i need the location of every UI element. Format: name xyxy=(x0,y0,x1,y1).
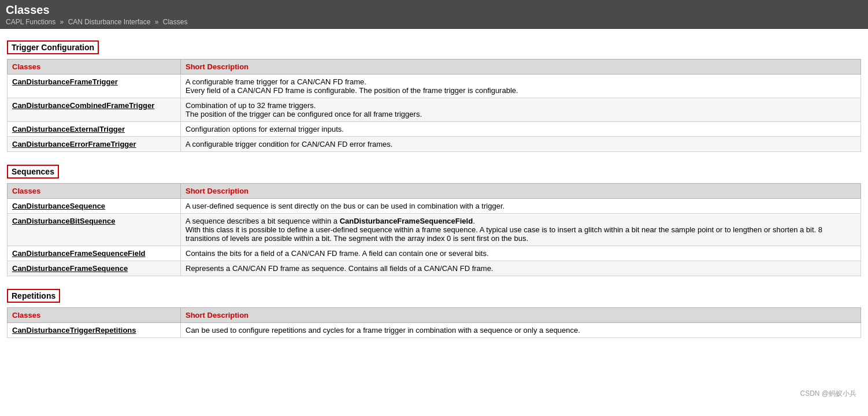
trigger-table-header-row: Classes Short Description xyxy=(8,60,861,75)
trigger-configuration-heading: Trigger Configuration xyxy=(7,40,99,54)
repetitions-heading: Repetitions xyxy=(7,289,60,303)
sequences-table: Classes Short Description CanDisturbance… xyxy=(7,183,861,276)
table-row: CanDisturbanceBitSequenceA sequence desc… xyxy=(8,214,861,246)
trigger-col-description: Short Description xyxy=(181,60,861,75)
description-cell: A sequence describes a bit sequence with… xyxy=(181,214,861,246)
trigger-col-classes: Classes xyxy=(8,60,181,75)
class-link[interactable]: CanDisturbanceFrameSequenceField xyxy=(12,249,145,258)
trigger-configuration-table: Classes Short Description CanDisturbance… xyxy=(7,59,861,152)
table-row: CanDisturbanceErrorFrameTriggerA configu… xyxy=(8,137,861,152)
class-link[interactable]: CanDisturbanceExternalTrigger xyxy=(12,125,125,133)
description-cell: Can be used to configure repetitions and… xyxy=(181,323,861,338)
sequences-table-header-row: Classes Short Description xyxy=(8,184,861,199)
repetitions-col-description: Short Description xyxy=(181,308,861,323)
repetitions-section: Repetitions Classes Short Description Ca… xyxy=(7,283,861,338)
class-link[interactable]: CanDisturbanceFrameSequence xyxy=(12,264,128,273)
repetitions-table: Classes Short Description CanDisturbance… xyxy=(7,307,861,338)
sequences-section: Sequences Classes Short Description CanD… xyxy=(7,159,861,276)
sequences-col-description: Short Description xyxy=(181,184,861,199)
description-cell: Contains the bits for a field of a CAN/C… xyxy=(181,246,861,261)
sequences-heading: Sequences xyxy=(7,165,59,179)
breadcrumb-link-classes[interactable]: Classes xyxy=(163,18,188,26)
class-link[interactable]: CanDisturbanceTriggerRepetitions xyxy=(12,326,136,335)
description-cell: Represents a CAN/CAN FD frame as sequenc… xyxy=(181,261,861,276)
breadcrumb: CAPL Functions » CAN Disturbance Interfa… xyxy=(6,18,862,26)
description-cell: A configurable trigger condition for CAN… xyxy=(181,137,861,152)
table-row: CanDisturbanceCombinedFrameTriggerCombin… xyxy=(8,98,861,122)
table-row: CanDisturbanceSequenceA user-defined seq… xyxy=(8,199,861,214)
class-link[interactable]: CanDisturbanceSequence xyxy=(12,202,105,210)
class-link[interactable]: CanDisturbanceBitSequence xyxy=(12,217,115,225)
description-cell: Combination of up to 32 frame triggers.T… xyxy=(181,98,861,122)
table-row: CanDisturbanceTriggerRepetitionsCan be u… xyxy=(8,323,861,338)
breadcrumb-sep-2: » xyxy=(155,18,159,26)
sequences-col-classes: Classes xyxy=(8,184,181,199)
breadcrumb-link-can[interactable]: CAN Disturbance Interface xyxy=(68,18,151,26)
description-cell: A user-defined sequence is sent directly… xyxy=(181,199,861,214)
table-row: CanDisturbanceFrameTriggerA configurable… xyxy=(8,75,861,98)
page-header: Classes CAPL Functions » CAN Disturbance… xyxy=(0,0,868,29)
breadcrumb-link-capl[interactable]: CAPL Functions xyxy=(6,18,55,26)
class-link[interactable]: CanDisturbanceFrameTrigger xyxy=(12,77,118,86)
trigger-configuration-section: Trigger Configuration Classes Short Desc… xyxy=(7,35,861,152)
main-content: Trigger Configuration Classes Short Desc… xyxy=(0,29,868,351)
repetitions-table-header-row: Classes Short Description xyxy=(8,308,861,323)
description-cell: Configuration options for external trigg… xyxy=(181,122,861,137)
table-row: CanDisturbanceFrameSequenceRepresents a … xyxy=(8,261,861,276)
page-title: Classes xyxy=(6,3,862,17)
description-cell: A configurable frame trigger for a CAN/C… xyxy=(181,75,861,98)
table-row: CanDisturbanceFrameSequenceFieldContains… xyxy=(8,246,861,261)
table-row: CanDisturbanceExternalTriggerConfigurati… xyxy=(8,122,861,137)
breadcrumb-sep-1: » xyxy=(60,18,64,26)
repetitions-col-classes: Classes xyxy=(8,308,181,323)
class-link[interactable]: CanDisturbanceCombinedFrameTrigger xyxy=(12,101,154,110)
class-link[interactable]: CanDisturbanceErrorFrameTrigger xyxy=(12,140,136,148)
